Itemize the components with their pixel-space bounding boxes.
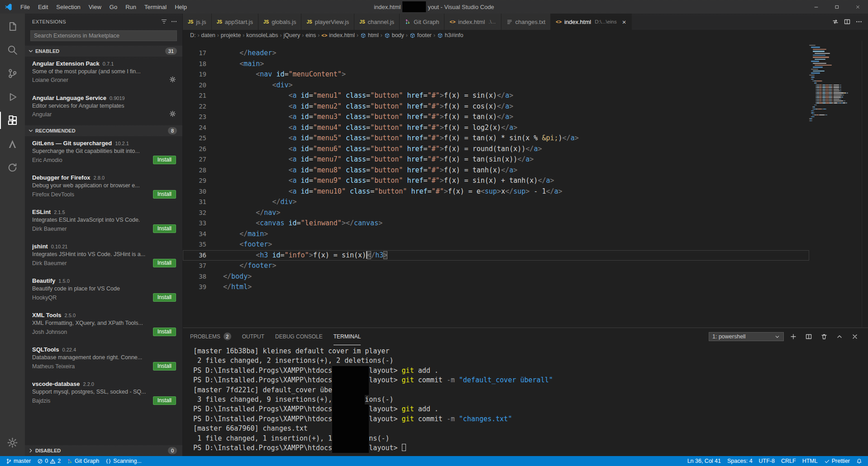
panel-tab-debug-console[interactable]: DEBUG CONSOLE <box>275 328 323 345</box>
install-button[interactable]: Install <box>153 259 176 267</box>
minimize-button[interactable] <box>806 0 826 14</box>
activity-item-custom-sync[interactable] <box>0 156 25 179</box>
menu-view[interactable]: View <box>85 0 105 14</box>
menu-help[interactable]: Help <box>171 0 191 14</box>
code-line-39[interactable]: 39</html> <box>183 282 809 293</box>
code-line-22[interactable]: 22 <a id="menu2" class="button" href="#"… <box>183 101 809 112</box>
menu-terminal[interactable]: Terminal <box>140 0 171 14</box>
menu-edit[interactable]: Edit <box>34 0 52 14</box>
activity-item-extensions[interactable] <box>0 109 25 132</box>
status-item-encoding[interactable]: UTF-8 <box>756 456 778 466</box>
breadcrumb-item-body[interactable]: body <box>384 32 404 38</box>
code-line-24[interactable]: 24 <a id="menu4" class="button" href="#"… <box>183 123 809 133</box>
close-button[interactable] <box>847 0 868 14</box>
panel-tab-problems[interactable]: PROBLEMS2 <box>190 328 231 345</box>
more-actions-icon[interactable] <box>169 17 179 27</box>
install-button[interactable]: Install <box>153 224 176 233</box>
panel-tab-terminal[interactable]: TERMINAL <box>334 328 361 345</box>
extension-item[interactable]: jshint0.10.21Integrates JSHint into VS C… <box>25 239 182 274</box>
code-area[interactable]: 17 </header>18 <main>19 <nav id="menuCon… <box>183 41 809 328</box>
breadcrumb-item-html[interactable]: html <box>360 32 379 38</box>
extension-item[interactable]: vscode-database2.2.0Support mysql, postg… <box>25 377 182 411</box>
tab-index-html[interactable]: <>index.htmlD:\...\eins× <box>551 14 631 30</box>
code-line-20[interactable]: 20 <div> <box>183 80 809 91</box>
breadcrumb-item-d-[interactable]: D: <box>190 32 196 38</box>
install-button[interactable]: Install <box>153 190 176 199</box>
menu-file[interactable]: File <box>16 0 34 14</box>
more-actions-icon[interactable] <box>855 18 863 25</box>
code-line-31[interactable]: 31 </div> <box>183 197 809 208</box>
overview-ruler-scrollbar[interactable] <box>862 41 868 328</box>
status-item-git-graph[interactable]: Git Graph <box>64 456 102 466</box>
code-line-27[interactable]: 27 <a id="menu7" class="button" href="#"… <box>183 154 809 165</box>
filter-icon[interactable] <box>159 17 169 27</box>
breadcrumb-item-daten[interactable]: daten <box>201 32 215 38</box>
extension-item[interactable]: Debugger for Firefox2.8.0Debug your web … <box>25 171 182 205</box>
terminal-output[interactable]: [master 16b38ba] kleines default cover i… <box>183 345 868 456</box>
extension-item[interactable]: XML Tools2.5.0XML Formatting, XQuery, an… <box>25 308 182 342</box>
activity-item-explorer[interactable] <box>0 14 25 38</box>
install-button[interactable]: Install <box>153 362 176 371</box>
code-line-19[interactable]: 19 <nav id="menuContent"> <box>183 69 809 80</box>
code-line-25[interactable]: 25 <a id="menu5" class="button" href="#"… <box>183 133 809 144</box>
code-line-36[interactable]: 36 <h3 id="info">f(x) = sin(x)</h3> <box>183 250 809 261</box>
breadcrumb-item-projekte[interactable]: projekte <box>221 32 241 38</box>
gear-icon[interactable] <box>169 110 176 119</box>
tab-js-js[interactable]: JSjs.js <box>183 14 212 30</box>
extension-item[interactable]: Angular Language Service0.9019Editor ser… <box>25 91 182 125</box>
code-editor[interactable]: 17 </header>18 <main>19 <nav id="menuCon… <box>183 41 868 328</box>
section-header-enabled[interactable]: ENABLED31 <box>25 46 182 57</box>
new-terminal-icon[interactable] <box>787 331 799 342</box>
breadcrumb-item-eins[interactable]: eins <box>305 32 316 38</box>
menu-selection[interactable]: Selection <box>52 0 84 14</box>
extension-item[interactable]: SQLTools0.22.4Database management done r… <box>25 342 182 377</box>
tab-globals-js[interactable]: JSglobals.js <box>258 14 301 30</box>
breadcrumb-item-index-html[interactable]: <>index.html <box>321 32 355 38</box>
code-line-35[interactable]: 35 <footer> <box>183 239 809 250</box>
breadcrumb-item-konsolelabs[interactable]: konsoleLabs <box>246 32 278 38</box>
extension-item[interactable]: Beautify1.5.0Beautify code in place for … <box>25 274 182 308</box>
code-line-38[interactable]: 38</body> <box>183 271 809 282</box>
code-line-33[interactable]: 33 <canvas id="leinwand"></canvas> <box>183 218 809 229</box>
code-line-29[interactable]: 29 <a id="menu9" class="button" href="#"… <box>183 176 809 186</box>
split-terminal-icon[interactable] <box>803 331 815 342</box>
status-item-eol[interactable]: CRLF <box>778 456 799 466</box>
extension-item[interactable]: Angular Extension Pack0.7.1Some of the m… <box>25 57 182 91</box>
status-item-scanning[interactable]: Scanning... <box>102 456 145 466</box>
code-line-17[interactable]: 17 </header> <box>183 48 809 59</box>
activity-item-settings[interactable] <box>0 431 25 454</box>
status-item-notifications[interactable] <box>853 456 865 466</box>
minimap[interactable] <box>809 41 862 328</box>
extension-item[interactable]: GitLens — Git supercharged10.2.1Supercha… <box>25 136 182 171</box>
tab-index-html[interactable]: <>index.html.\... <box>444 14 501 30</box>
status-item-problems[interactable]: 02 <box>34 456 64 466</box>
code-line-23[interactable]: 23 <a id="menu3" class="button" href="#"… <box>183 112 809 123</box>
maximize-button[interactable] <box>826 0 847 14</box>
extension-item[interactable]: ESLint2.1.5Integrates ESLint JavaScript … <box>25 205 182 239</box>
terminal-profile-select[interactable]: 1: powershell <box>709 332 784 341</box>
activity-item-run-debug[interactable] <box>0 85 25 109</box>
install-button[interactable]: Install <box>153 293 176 302</box>
section-header-disabled[interactable]: DISABLED0 <box>25 445 182 456</box>
breadcrumb-item-footer[interactable]: footer <box>410 32 432 38</box>
install-button[interactable]: Install <box>153 328 176 336</box>
status-item-indentation[interactable]: Spaces: 4 <box>724 456 756 466</box>
install-button[interactable]: Install <box>153 156 176 164</box>
tab-changes-txt[interactable]: changes.txt <box>501 14 551 30</box>
menu-run[interactable]: Run <box>121 0 140 14</box>
activity-item-source-control[interactable] <box>0 62 25 85</box>
panel-tab-output[interactable]: OUTPUT <box>242 328 264 345</box>
section-header-recommended[interactable]: RECOMMENDED8 <box>25 125 182 136</box>
breadcrumb-item-jquery[interactable]: jQuery <box>283 32 300 38</box>
status-item-prettier[interactable]: Prettier <box>821 456 853 466</box>
code-line-26[interactable]: 26 <a id="menu6" class="button" href="#"… <box>183 144 809 155</box>
code-line-30[interactable]: 30 <a id="menu10" class="button" href="#… <box>183 186 809 197</box>
status-item-language-mode[interactable]: HTML <box>799 456 821 466</box>
menu-go[interactable]: Go <box>105 0 121 14</box>
activity-item-custom-a[interactable] <box>0 132 25 156</box>
breadcrumb-item-h3-info[interactable]: h3#info <box>437 32 463 38</box>
code-line-32[interactable]: 32 </nav> <box>183 208 809 219</box>
code-line-37[interactable]: 37 </footer> <box>183 261 809 271</box>
maximize-panel-icon[interactable] <box>834 331 845 342</box>
code-line-21[interactable]: 21 <a id="menu1" class="button" href="#"… <box>183 90 809 101</box>
